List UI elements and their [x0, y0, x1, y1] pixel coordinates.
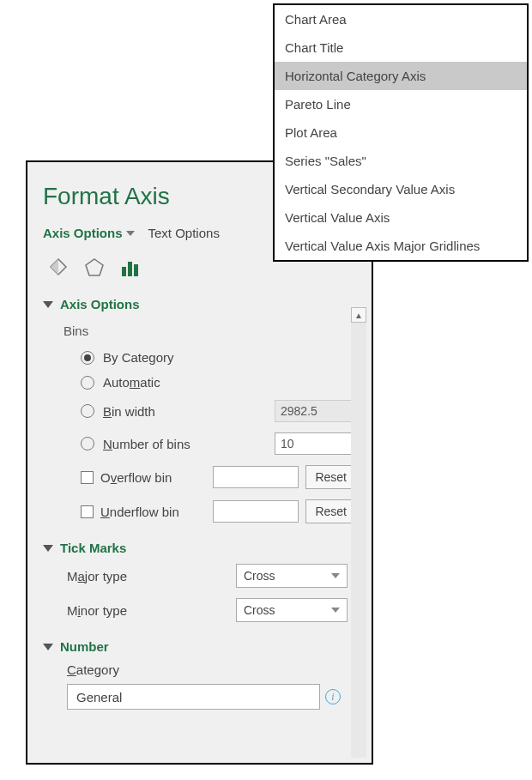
- radio-bin-width-row[interactable]: Bin width: [43, 395, 356, 427]
- minor-type-label: Minor type: [67, 603, 236, 618]
- radio-number-bins-row[interactable]: Number of bins: [43, 427, 356, 460]
- overflow-label: Overflow bin: [100, 470, 206, 485]
- collapse-icon: [43, 545, 53, 552]
- underflow-label: Underflow bin: [100, 505, 206, 519]
- overflow-input[interactable]: [213, 466, 299, 488]
- dropdown-item-horizontal-axis[interactable]: Horizontal Category Axis: [275, 62, 527, 90]
- section-header-axis-options[interactable]: Axis Options: [43, 293, 356, 315]
- radio-by-category-label: By Category: [103, 350, 174, 365]
- collapse-icon: [43, 644, 53, 650]
- axis-options-icon[interactable]: [118, 256, 142, 280]
- bin-width-input[interactable]: [275, 400, 356, 422]
- category-select[interactable]: General: [67, 684, 320, 710]
- category-row: General i: [43, 680, 356, 713]
- radio-number-bins[interactable]: [81, 437, 94, 450]
- section-number: Number Category General i: [27, 631, 372, 717]
- overflow-reset-button[interactable]: Reset: [305, 465, 356, 489]
- underflow-row: Underflow bin Reset: [43, 494, 356, 529]
- chart-element-dropdown[interactable]: Chart Area Chart Title Horizontal Catego…: [273, 3, 529, 262]
- section-title-axis-options: Axis Options: [60, 297, 140, 311]
- major-type-label: Major type: [67, 569, 236, 583]
- bins-label: Bins: [43, 315, 356, 345]
- tab-axis-options-label: Axis Options: [43, 226, 123, 240]
- section-title-tick-marks: Tick Marks: [60, 541, 126, 555]
- dropdown-item-value-axis[interactable]: Vertical Value Axis: [275, 203, 527, 232]
- effects-icon[interactable]: [82, 256, 106, 280]
- category-label: Category: [43, 657, 356, 680]
- section-axis-options: Axis Options Bins By Category Automatic …: [27, 288, 372, 532]
- dropdown-item-series[interactable]: Series "Sales": [275, 147, 527, 175]
- tab-axis-options[interactable]: Axis Options: [43, 221, 135, 245]
- radio-by-category[interactable]: [81, 351, 94, 365]
- radio-automatic-label: Automatic: [103, 375, 160, 390]
- minor-type-row: Minor type Cross: [43, 593, 356, 627]
- info-icon[interactable]: i: [325, 689, 341, 704]
- dropdown-item-plot-area[interactable]: Plot Area: [275, 118, 527, 147]
- tab-text-options[interactable]: Text Options: [148, 221, 220, 245]
- major-type-select[interactable]: Cross: [236, 564, 348, 588]
- number-bins-input[interactable]: [275, 432, 356, 455]
- overflow-row: Overflow bin Reset: [43, 460, 356, 494]
- section-header-number[interactable]: Number: [43, 636, 356, 657]
- checkbox-overflow[interactable]: [81, 471, 94, 484]
- underflow-reset-button[interactable]: Reset: [305, 499, 356, 523]
- section-header-tick-marks[interactable]: Tick Marks: [43, 537, 356, 559]
- svg-rect-3: [134, 264, 138, 276]
- radio-automatic[interactable]: [81, 376, 94, 390]
- scroll-up-button[interactable]: ▲: [351, 307, 366, 323]
- chevron-down-icon: [331, 573, 340, 578]
- minor-type-select[interactable]: Cross: [236, 598, 348, 622]
- svg-rect-1: [122, 267, 126, 276]
- scrollbar-track[interactable]: [351, 323, 366, 758]
- radio-number-bins-label: Number of bins: [103, 437, 266, 451]
- major-type-value: Cross: [244, 569, 275, 583]
- section-tick-marks: Tick Marks Major type Cross Minor type C…: [27, 532, 372, 631]
- dropdown-item-pareto-line[interactable]: Pareto Line: [275, 90, 527, 118]
- radio-automatic-row[interactable]: Automatic: [43, 370, 356, 395]
- minor-type-value: Cross: [244, 603, 275, 617]
- dropdown-item-chart-area[interactable]: Chart Area: [275, 5, 527, 33]
- chevron-down-icon: [126, 231, 135, 236]
- radio-bin-width-label: Bin width: [103, 404, 266, 419]
- section-title-number: Number: [60, 639, 109, 654]
- major-type-row: Major type Cross: [43, 559, 356, 593]
- radio-by-category-row[interactable]: By Category: [43, 345, 356, 370]
- fill-line-icon[interactable]: [46, 256, 70, 280]
- category-value: General: [76, 690, 122, 704]
- svg-marker-0: [86, 259, 103, 275]
- underflow-input[interactable]: [213, 500, 299, 523]
- dropdown-item-secondary-value-axis[interactable]: Vertical Secondary Value Axis: [275, 175, 527, 203]
- collapse-icon: [43, 301, 53, 308]
- svg-rect-2: [128, 262, 132, 276]
- dropdown-item-gridlines[interactable]: Vertical Value Axis Major Gridlines: [275, 232, 527, 260]
- radio-bin-width[interactable]: [81, 404, 94, 418]
- chevron-down-icon: [331, 608, 340, 613]
- checkbox-underflow[interactable]: [81, 505, 94, 518]
- dropdown-item-chart-title[interactable]: Chart Title: [275, 33, 527, 62]
